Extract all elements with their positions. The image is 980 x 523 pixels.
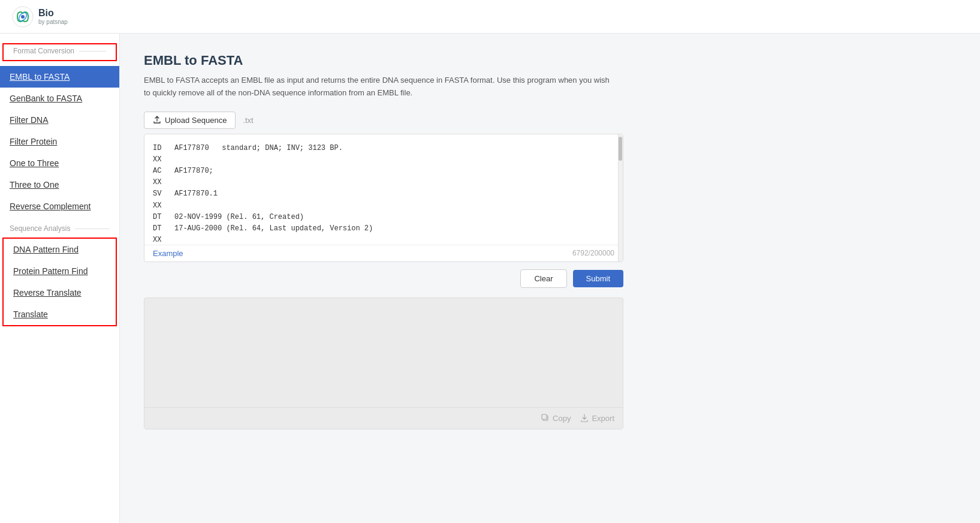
header: Bio by patsnap (0, 0, 980, 34)
sidebar-item-reverse-translate[interactable]: Reverse Translate (4, 282, 116, 303)
action-row: Clear Submit (144, 269, 623, 288)
copy-icon (541, 414, 550, 422)
clear-button[interactable]: Clear (520, 269, 566, 288)
upload-icon (153, 116, 161, 124)
sequence-analysis-section: Sequence Analysis (0, 217, 119, 238)
output-footer: Copy Export (144, 407, 623, 429)
sidebar-item-dna-pattern-find[interactable]: DNA Pattern Find (4, 239, 116, 260)
sidebar-item-genbank-to-fasta[interactable]: GenBank to FASTA (0, 88, 119, 109)
content-area: EMBL to FASTA EMBL to FASTA accepts an E… (120, 34, 980, 523)
sequence-textarea[interactable] (144, 134, 623, 242)
sidebar-item-filter-protein[interactable]: Filter Protein (0, 131, 119, 152)
sidebar-item-one-to-three[interactable]: One to Three (0, 152, 119, 174)
file-extension-label: .txt (243, 116, 253, 125)
submit-button[interactable]: Submit (573, 270, 623, 287)
logo-area: Bio by patsnap (12, 6, 68, 28)
copy-button[interactable]: Copy (541, 414, 571, 423)
upload-bar: Upload Sequence .txt (144, 112, 956, 129)
scrollbar-thumb (619, 137, 622, 161)
sidebar-item-reverse-complement[interactable]: Reverse Complement (0, 196, 119, 217)
page-title: EMBL to FASTA (144, 53, 956, 68)
bio-logo-icon (12, 6, 34, 28)
logo-subtitle: by patsnap (38, 19, 68, 26)
format-conversion-section: Format Conversion (2, 43, 117, 61)
output-container: Copy Export (144, 297, 623, 429)
sequence-input-container: Example 6792/200000 (144, 134, 623, 262)
svg-rect-4 (542, 414, 547, 419)
upload-sequence-button[interactable]: Upload Sequence (144, 112, 236, 129)
svg-point-2 (21, 15, 25, 19)
export-button[interactable]: Export (580, 414, 614, 423)
sidebar-item-filter-dna[interactable]: Filter DNA (0, 109, 119, 131)
logo-title: Bio (38, 7, 68, 19)
sidebar-item-embl-to-fasta[interactable]: EMBL to FASTA (0, 66, 119, 88)
page-description: EMBL to FASTA accepts an EMBL file as in… (144, 74, 611, 100)
sidebar-item-translate[interactable]: Translate (4, 303, 116, 325)
scrollbar[interactable] (618, 134, 623, 262)
main-layout: Format Conversion EMBL to FASTA GenBank … (0, 34, 980, 523)
sidebar: Format Conversion EMBL to FASTA GenBank … (0, 34, 120, 523)
sidebar-item-protein-pattern-find[interactable]: Protein Pattern Find (4, 260, 116, 282)
export-icon (580, 414, 589, 422)
logo-text: Bio by patsnap (38, 7, 68, 26)
char-count: 6792/200000 (572, 249, 614, 257)
example-link[interactable]: Example (153, 249, 183, 258)
sidebar-item-three-to-one[interactable]: Three to One (0, 174, 119, 196)
analysis-group-box: DNA Pattern Find Protein Pattern Find Re… (2, 238, 117, 326)
input-footer: Example 6792/200000 (144, 245, 623, 262)
